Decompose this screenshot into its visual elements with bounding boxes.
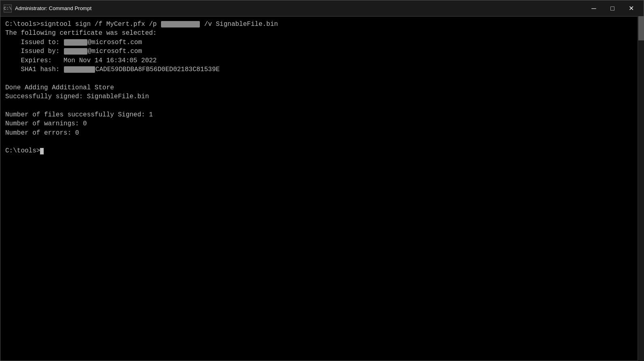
expires-label: Expires: [21, 57, 52, 64]
issued-to-domain: @microsoft.com [88, 39, 142, 46]
errors: Number of errors: 0 [5, 129, 79, 137]
success-line: Successfully signed: SignableFile.bin [5, 93, 149, 100]
scrollbar-thumb[interactable] [638, 16, 644, 40]
terminal-output: C:\tools>signtool sign /f MyCert.pfx /p … [5, 20, 639, 156]
redacted-sha1 [64, 66, 95, 73]
prompt: C:\tools> [5, 147, 40, 154]
cert-header: The following certificate was selected: [5, 30, 157, 37]
files-signed: Number of files successfully Signed: 1 [5, 111, 153, 118]
redacted-issued-by [64, 48, 87, 55]
command-line: C:\tools>signtool sign /f MyCert.pfx /p … [5, 21, 278, 28]
window: C:\ Administrator: Command Prompt ─ □ ✕ … [0, 0, 644, 361]
redacted-password [161, 21, 200, 27]
minimize-button[interactable]: ─ [585, 0, 603, 17]
maximize-button[interactable]: □ [603, 0, 622, 17]
title-bar: C:\ Administrator: Command Prompt ─ □ ✕ [0, 0, 644, 17]
done-line: Done Adding Additional Store [5, 84, 114, 91]
cursor [40, 148, 44, 154]
window-controls: ─ □ ✕ [585, 0, 640, 17]
terminal-body[interactable]: C:\tools>signtool sign /f MyCert.pfx /p … [0, 17, 644, 361]
issued-by-domain: @microsoft.com [88, 48, 142, 55]
window-title: Administrator: Command Prompt [15, 5, 585, 11]
expires-value: Mon Nov 14 16:34:05 2022 [64, 57, 157, 64]
app-icon: C:\ [4, 4, 12, 13]
close-button[interactable]: ✕ [622, 0, 640, 17]
redacted-issued-to [64, 39, 87, 46]
issued-by-label: Issued by: [21, 48, 59, 55]
warnings: Number of warnings: 0 [5, 120, 87, 127]
issued-to-label: Issued to: [21, 39, 59, 46]
sha1-label: SHA1 hash: [21, 66, 59, 73]
scrollbar[interactable] [638, 16, 644, 361]
sha1-suffix: CADE59DBDBA8FB56D0ED02183C81539E [95, 66, 220, 73]
